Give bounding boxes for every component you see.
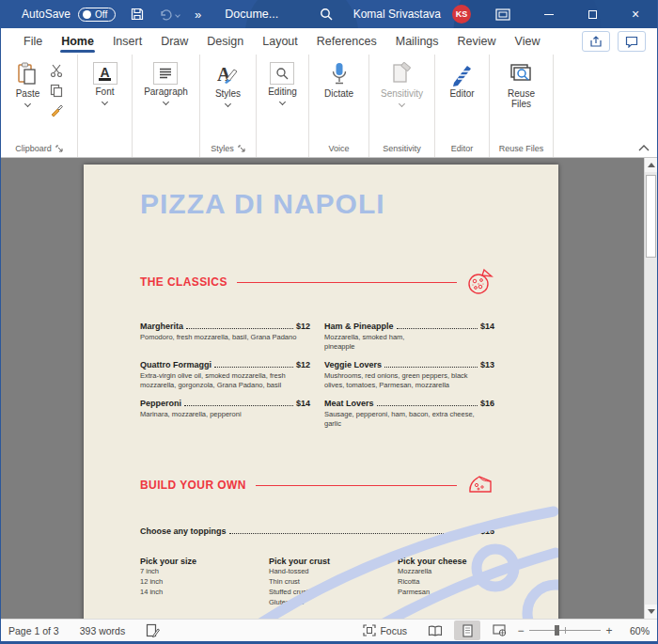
- menu-item-description: Extra-virgin olive oil, smoked mozzarell…: [140, 371, 305, 390]
- menu-item: Meat Lovers$16 Sausage, pepperoni, ham, …: [324, 399, 494, 429]
- menu-item: Veggie Lovers$13 Mushrooms, red onions, …: [324, 360, 494, 390]
- minimize-button[interactable]: [527, 0, 571, 28]
- scrollbar-track[interactable]: [645, 172, 657, 605]
- vertical-scrollbar[interactable]: [644, 158, 657, 619]
- undo-dropdown-chevron[interactable]: [175, 12, 180, 18]
- document-page[interactable]: PIZZA DI NAPOLI THE CLASSICS Margherita$…: [84, 165, 558, 619]
- dictate-button[interactable]: Dictate: [321, 60, 357, 101]
- reuse-files-icon: [509, 62, 534, 86]
- tab-file[interactable]: File: [14, 30, 52, 53]
- paragraph-dropdown-chevron[interactable]: [163, 99, 169, 105]
- document-canvas[interactable]: PIZZA DI NAPOLI THE CLASSICS Margherita$…: [1, 158, 657, 619]
- close-button[interactable]: ×: [614, 0, 657, 28]
- save-icon[interactable]: [131, 8, 144, 21]
- page-indicator[interactable]: Page 1 of 3: [8, 625, 59, 636]
- paste-dropdown-chevron[interactable]: [24, 101, 31, 107]
- build-heading: BUILD YOUR OWN: [140, 479, 246, 492]
- menu-item-name: Quattro Formaggi: [140, 360, 212, 369]
- menu-item-price: $16: [480, 399, 494, 408]
- paste-button[interactable]: Paste: [12, 60, 44, 108]
- scroll-down-button[interactable]: [645, 605, 657, 619]
- editor-button[interactable]: Editor: [446, 60, 478, 101]
- sensitivity-group: Sensitivity Sensitivity: [369, 55, 435, 157]
- menu-item-name: Meat Lovers: [324, 399, 374, 408]
- styles-dialog-launcher-icon[interactable]: [238, 145, 245, 152]
- font-dropdown-chevron[interactable]: [102, 99, 108, 105]
- scroll-down-icon: [648, 609, 655, 614]
- menu-item-price: $14: [480, 322, 494, 331]
- focus-mode-button[interactable]: Focus: [363, 624, 407, 636]
- reuse-files-button[interactable]: Reuse Files: [499, 60, 544, 111]
- scroll-up-icon: [648, 163, 655, 167]
- tab-mailings[interactable]: Mailings: [386, 30, 448, 53]
- quick-access-more-icon[interactable]: »: [195, 8, 200, 22]
- menu-item-description: Marinara, mozzarella, pepperoni: [140, 410, 305, 419]
- web-layout-button[interactable]: [486, 620, 512, 640]
- proofing-icon[interactable]: [146, 623, 160, 637]
- copy-icon: [50, 84, 63, 98]
- tab-home[interactable]: Home: [52, 30, 103, 53]
- tab-review[interactable]: Review: [448, 30, 506, 53]
- scissors-icon: [50, 64, 63, 77]
- pizza-slice-watermark: [243, 498, 558, 619]
- tab-layout[interactable]: Layout: [253, 30, 307, 53]
- print-layout-button[interactable]: [454, 620, 480, 640]
- dot-leader: [186, 328, 293, 329]
- classics-heading: THE CLASSICS: [140, 275, 227, 289]
- format-painter-button[interactable]: [47, 102, 66, 118]
- document-title[interactable]: Docume...: [225, 8, 278, 21]
- editing-dropdown-chevron[interactable]: [279, 99, 286, 105]
- menu-item-description: Sausage, pepperoni, ham, bacon, extra ch…: [324, 410, 489, 429]
- classics-rule: [237, 282, 457, 283]
- dot-leader: [184, 405, 293, 406]
- comments-button[interactable]: [618, 31, 646, 52]
- clipboard-group: Paste Clipboard: [1, 55, 78, 157]
- menu-item: Margherita$12 Pomodoro, fresh mozzarella…: [140, 322, 310, 352]
- font-menu-button[interactable]: A Font: [89, 60, 121, 106]
- share-button[interactable]: [582, 31, 610, 52]
- zoom-level[interactable]: 60%: [618, 625, 650, 636]
- zoom-slider[interactable]: [529, 620, 601, 640]
- cut-button[interactable]: [47, 62, 66, 79]
- menu-item: Pepperoni$14 Marinara, mozzarella, peppe…: [140, 399, 310, 429]
- tab-insert[interactable]: Insert: [103, 30, 151, 53]
- search-icon[interactable]: [320, 8, 333, 21]
- build-section-header: BUILD YOUR OWN: [140, 473, 494, 497]
- ribbon-display-options-icon[interactable]: [484, 0, 522, 28]
- scroll-up-button[interactable]: [645, 158, 657, 172]
- pizza-icon: [466, 268, 494, 296]
- tab-draw[interactable]: Draw: [151, 30, 197, 53]
- menu-item-price: $13: [480, 360, 494, 369]
- zoom-slider-thumb[interactable]: [555, 625, 559, 636]
- maximize-button[interactable]: [571, 0, 614, 28]
- paragraph-icon: [153, 62, 178, 85]
- editing-group: Editing: [257, 55, 309, 157]
- scrollbar-thumb[interactable]: [646, 175, 656, 258]
- menu-item-description: Mozzarella, smoked ham, pineapple: [324, 333, 428, 352]
- styles-button[interactable]: A Styles: [212, 60, 244, 108]
- word-count[interactable]: 393 words: [80, 625, 125, 636]
- user-name[interactable]: Komal Srivastava: [353, 8, 441, 21]
- editor-pen-icon: [450, 62, 475, 86]
- read-mode-button[interactable]: [422, 620, 448, 640]
- menu-item: Ham & Pineapple$14 Mozzarella, smoked ha…: [324, 322, 494, 352]
- zoom-out-button[interactable]: −: [512, 624, 529, 637]
- undo-icon[interactable]: [159, 8, 180, 21]
- copy-button[interactable]: [47, 82, 66, 99]
- clipboard-dialog-launcher-icon[interactable]: [55, 145, 63, 152]
- tab-view[interactable]: View: [506, 30, 550, 53]
- avatar[interactable]: KS: [452, 5, 471, 24]
- editing-menu-button[interactable]: Editing: [264, 60, 301, 106]
- styles-group: A Styles Styles: [200, 55, 257, 157]
- tab-references[interactable]: References: [307, 30, 386, 53]
- build-rule: [256, 485, 457, 486]
- styles-dropdown-chevron[interactable]: [225, 101, 231, 107]
- tab-design[interactable]: Design: [197, 30, 253, 53]
- classics-section-header: THE CLASSICS: [140, 268, 494, 296]
- voice-group-label: Voice: [328, 144, 349, 153]
- reuse-files-group-label: Reuse Files: [499, 144, 544, 153]
- paragraph-menu-button[interactable]: Paragraph: [140, 60, 192, 106]
- zoom-in-button[interactable]: +: [601, 624, 618, 637]
- collapse-ribbon-icon[interactable]: [638, 145, 650, 151]
- autosave-toggle[interactable]: Off: [78, 8, 116, 22]
